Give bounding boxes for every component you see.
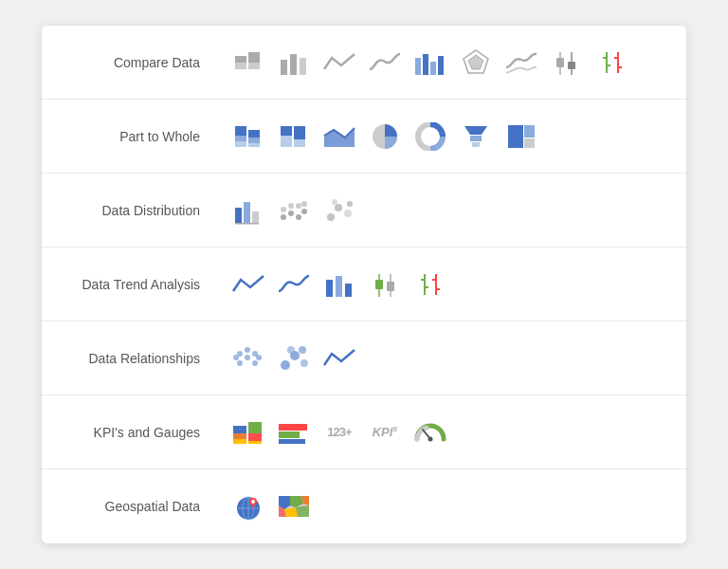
gauge-icon[interactable] bbox=[412, 414, 448, 450]
kpi-number-icon[interactable]: 123+ bbox=[321, 414, 357, 450]
svg-rect-24 bbox=[235, 136, 246, 141]
kpi-gauges-label: KPI's and Gauges bbox=[42, 425, 217, 440]
svg-rect-43 bbox=[244, 202, 250, 223]
geospatial-icons bbox=[217, 488, 312, 524]
svg-marker-12 bbox=[468, 55, 483, 69]
trend-line-icon[interactable] bbox=[230, 266, 266, 303]
map-icon[interactable] bbox=[276, 488, 312, 524]
svg-rect-23 bbox=[235, 126, 246, 136]
trend-candlestick-icon[interactable] bbox=[367, 266, 403, 303]
ohlc-icon[interactable] bbox=[594, 45, 630, 81]
stacked-bar-icon[interactable] bbox=[230, 45, 266, 81]
donut-chart-icon[interactable] bbox=[412, 119, 448, 155]
svg-rect-9 bbox=[430, 62, 436, 75]
svg-point-50 bbox=[288, 203, 294, 209]
radar-chart-icon[interactable] bbox=[458, 45, 494, 81]
kpi-text-icon[interactable]: KPIs bbox=[367, 414, 403, 450]
svg-point-48 bbox=[281, 207, 286, 212]
svg-marker-36 bbox=[464, 126, 487, 135]
kpi-bar-icon[interactable] bbox=[230, 414, 266, 450]
svg-rect-4 bbox=[281, 60, 287, 75]
line-chart-icon[interactable] bbox=[321, 45, 357, 81]
area-chart-icon[interactable] bbox=[321, 119, 357, 155]
compare-data-label: Compare Data bbox=[42, 55, 217, 70]
data-distribution-row: Data Distribution bbox=[42, 174, 686, 248]
kpi-gauges-icons: 123+ KPIs bbox=[217, 414, 448, 450]
svg-rect-16 bbox=[568, 62, 575, 69]
column-bar-icon[interactable] bbox=[276, 45, 312, 81]
treemap-icon[interactable] bbox=[503, 119, 539, 155]
svg-rect-92 bbox=[279, 431, 300, 438]
globe-pin-icon[interactable] bbox=[230, 488, 266, 524]
svg-rect-25 bbox=[235, 141, 246, 147]
svg-rect-89 bbox=[248, 433, 262, 441]
svg-rect-61 bbox=[345, 284, 352, 297]
svg-point-52 bbox=[296, 203, 301, 209]
svg-point-58 bbox=[347, 201, 353, 207]
data-distribution-label: Data Distribution bbox=[42, 203, 217, 218]
svg-point-74 bbox=[252, 360, 258, 366]
kpi-gauges-row: KPI's and Gauges bbox=[42, 395, 686, 469]
svg-point-95 bbox=[428, 436, 433, 441]
svg-point-79 bbox=[233, 355, 239, 360]
data-relationships-row: Data Relationships bbox=[42, 321, 686, 395]
svg-point-46 bbox=[281, 214, 286, 220]
svg-point-53 bbox=[301, 201, 307, 207]
part-to-whole-icons bbox=[217, 119, 539, 155]
svg-rect-7 bbox=[415, 58, 421, 75]
stacked-bar-blue-icon[interactable] bbox=[230, 119, 266, 155]
dot-plot-icon[interactable] bbox=[276, 193, 312, 229]
geospatial-row: Geospatial Data bbox=[42, 469, 686, 543]
svg-rect-65 bbox=[387, 282, 394, 291]
svg-point-82 bbox=[300, 359, 308, 367]
part-to-whole-row: Part to Whole bbox=[42, 100, 686, 174]
scatter-plot-icon[interactable] bbox=[321, 193, 357, 229]
svg-rect-10 bbox=[438, 56, 444, 75]
svg-point-73 bbox=[245, 355, 250, 360]
svg-point-72 bbox=[237, 360, 243, 366]
svg-point-55 bbox=[335, 204, 342, 211]
svg-rect-85 bbox=[233, 426, 246, 433]
bubble-chart-icon[interactable] bbox=[230, 340, 266, 376]
svg-rect-28 bbox=[248, 143, 260, 147]
svg-point-47 bbox=[288, 211, 294, 216]
relationship-line-icon[interactable] bbox=[321, 340, 357, 376]
svg-rect-86 bbox=[233, 433, 246, 439]
svg-rect-5 bbox=[290, 54, 297, 75]
svg-rect-32 bbox=[294, 126, 305, 139]
svg-point-78 bbox=[256, 355, 262, 360]
svg-rect-38 bbox=[472, 142, 480, 147]
kpi-hbar-icon[interactable] bbox=[276, 414, 312, 450]
histogram-icon[interactable] bbox=[230, 193, 266, 229]
svg-rect-45 bbox=[235, 223, 259, 225]
svg-point-83 bbox=[287, 346, 295, 354]
compare-data-row: Compare Data bbox=[42, 26, 686, 100]
geospatial-label: Geospatial Data bbox=[42, 499, 217, 514]
svg-rect-14 bbox=[556, 58, 564, 67]
svg-point-101 bbox=[251, 500, 255, 504]
dual-line-icon[interactable] bbox=[503, 45, 539, 81]
svg-rect-26 bbox=[248, 130, 260, 138]
svg-rect-6 bbox=[300, 58, 306, 75]
candlestick-icon[interactable] bbox=[549, 45, 585, 81]
spline-chart-icon[interactable] bbox=[367, 45, 403, 81]
svg-rect-88 bbox=[248, 422, 262, 433]
funnel-chart-icon[interactable] bbox=[458, 119, 494, 155]
pie-chart-icon[interactable] bbox=[367, 119, 403, 155]
svg-point-49 bbox=[296, 214, 301, 220]
svg-rect-90 bbox=[248, 441, 262, 444]
data-trend-row: Data Trend Analysis bbox=[42, 248, 686, 321]
svg-rect-59 bbox=[326, 280, 333, 297]
100-stacked-bar-icon[interactable] bbox=[276, 119, 312, 155]
svg-rect-42 bbox=[235, 208, 242, 223]
bar-combo-icon[interactable] bbox=[412, 45, 448, 81]
trend-spline-icon[interactable] bbox=[276, 266, 312, 303]
data-relationships-label: Data Relationships bbox=[42, 351, 217, 366]
chart-type-card: Compare Data bbox=[42, 26, 686, 543]
svg-rect-2 bbox=[248, 52, 260, 63]
trend-ohlc-icon[interactable] bbox=[412, 266, 448, 303]
trend-bar-icon[interactable] bbox=[321, 266, 357, 303]
scatter-blue-icon[interactable] bbox=[276, 340, 312, 376]
svg-rect-30 bbox=[281, 126, 292, 136]
svg-rect-91 bbox=[279, 424, 307, 431]
